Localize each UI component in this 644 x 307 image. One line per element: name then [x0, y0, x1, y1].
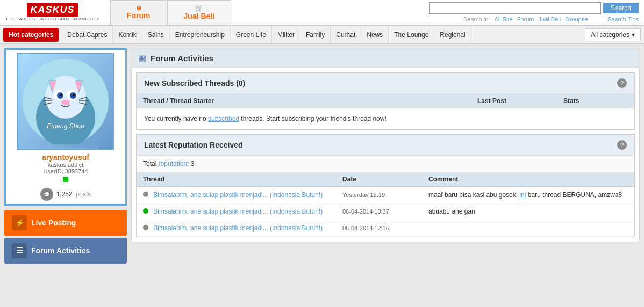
col-last-post: Last Post [477, 97, 563, 105]
live-posting-icon: ⚡ [12, 215, 27, 230]
hot-categories-button[interactable]: Hot categories [3, 28, 59, 42]
header: KASKUS THE LARGEST INDONESIAN COMMUNITY … [0, 0, 644, 26]
search-jual-beli[interactable]: Jual Beli [539, 16, 561, 23]
main-layout: Emeng Shop aryantoyusuf kaskus addict Us… [0, 44, 644, 270]
forum-activities-icon: ▦ [138, 53, 146, 63]
nav-tabs: 🖥 Forum 🛒 Jual Beli [110, 0, 231, 25]
rep-date-0: Yesterday 12:19 [342, 192, 428, 198]
reputation-table-header: Thread Date Comment [137, 172, 634, 187]
user-id: UserID: 3893744 [9, 168, 122, 174]
logo[interactable]: KASKUS [27, 3, 77, 17]
reputation-link[interactable]: reputation [159, 160, 187, 167]
rep-row-0: Bimsalabim, ane sulap plastik menjadi...… [137, 187, 634, 203]
search-area: Search Search in: All Site Forum Jual Be… [429, 2, 639, 23]
cat-debat-capres[interactable]: Debat Capres [62, 26, 113, 44]
cat-family[interactable]: Family [300, 26, 331, 44]
tab-forum[interactable]: 🖥 Forum [110, 0, 167, 25]
forum-activities-button[interactable]: ☰ Forum Activities [4, 238, 127, 264]
col-thread-starter: Thread / Thread Starter [143, 97, 477, 105]
reputation-section: Latest Reputation Received ? Total reput… [136, 134, 635, 237]
rep-col-thread: Thread [143, 176, 342, 183]
search-in-label: Search in: [463, 16, 490, 23]
rep-date-1: 06-04-2014 13:37 [342, 208, 428, 215]
chevron-down-icon: ▾ [632, 31, 635, 39]
rep-thread-0: Bimsalabim, ane sulap plastik menjadi...… [143, 191, 342, 199]
rep-dot-2 [143, 225, 148, 230]
rep-row-1: Bimsalabim, ane sulap plastik menjadi...… [137, 203, 634, 220]
rep-date-2: 06-04-2014 12:16 [342, 225, 428, 231]
user-avatar-card: Emeng Shop aryantoyusuf kaskus addict Us… [4, 48, 127, 206]
tab-jual-beli[interactable]: 🛒 Jual Beli [167, 0, 232, 25]
rep-col-comment: Comment [428, 176, 628, 183]
svg-point-12 [73, 94, 75, 96]
cat-regional[interactable]: Regional [434, 26, 471, 44]
cat-entrepreneurship[interactable]: Entrepreneurship [170, 26, 231, 44]
rep-dot-1 [143, 208, 148, 214]
rep-comment-link-0[interactable]: ini [519, 191, 526, 199]
subscribed-link[interactable]: subscribed [208, 115, 239, 122]
subscribed-header: New Subscribed Threads (0) ? [137, 73, 634, 94]
reputation-help-icon[interactable]: ? [617, 140, 627, 150]
subscribed-section: New Subscribed Threads (0) ? Thread / Th… [136, 72, 635, 130]
rep-thread-1: Bimsalabim, ane sulap plastik menjadi...… [143, 208, 342, 215]
avatar: Emeng Shop [17, 53, 114, 150]
rep-dot-0 [143, 192, 148, 197]
rep-comment-0: maaf baru bisa kasi abu gosok! ini baru … [428, 191, 628, 199]
post-count: 1,252 [56, 191, 73, 198]
search-forum[interactable]: Forum [517, 16, 534, 23]
svg-point-13 [61, 100, 70, 105]
reputation-title: Latest Reputation Received [144, 141, 243, 149]
reputation-total: Total reputation: 3 [137, 156, 634, 172]
search-options: Search in: All Site Forum Jual Beli Grou… [463, 16, 639, 23]
user-role: kaskus addict [9, 162, 122, 168]
forum-activities-card: ▦ Forum Activities New Subscribed Thread… [131, 48, 640, 242]
search-row: Search [429, 2, 639, 14]
col-stats: Stats [563, 97, 628, 105]
logo-subtitle: THE LARGEST INDONESIAN COMMUNITY [5, 17, 99, 21]
search-button[interactable]: Search [603, 3, 639, 13]
cat-komik[interactable]: Komik [113, 26, 142, 44]
online-indicator [63, 177, 68, 182]
categories-bar: Hot categories Debat Capres Komik Sains … [0, 26, 644, 44]
sidebar: Emeng Shop aryantoyusuf kaskus addict Us… [4, 48, 127, 266]
search-all-site[interactable]: All Site [494, 16, 512, 23]
post-label: posts [76, 191, 91, 198]
posts-icon: 💬 [40, 188, 53, 201]
reputation-header: Latest Reputation Received ? [137, 135, 634, 156]
rep-row-2: Bimsalabim, ane sulap plastik menjadi...… [137, 220, 634, 237]
cat-sains[interactable]: Sains [142, 26, 170, 44]
rep-thread-2: Bimsalabim, ane sulap plastik menjadi...… [143, 224, 342, 232]
svg-point-11 [60, 94, 62, 96]
rep-comment-1: abuabu ane gan [428, 208, 628, 215]
cat-green-life[interactable]: Green Life [231, 26, 272, 44]
search-input[interactable] [429, 2, 601, 14]
subscribed-help-icon[interactable]: ? [617, 78, 627, 88]
username-link[interactable]: aryantoyusuf [9, 153, 122, 162]
search-tips-link[interactable]: Search Tips [607, 16, 639, 23]
subscribed-empty-row: You currently have no subscribed threads… [137, 108, 634, 129]
subscribed-table-header: Thread / Thread Starter Last Post Stats [137, 94, 634, 108]
forum-activities-icon: ☰ [12, 243, 27, 258]
logo-area: KASKUS THE LARGEST INDONESIAN COMMUNITY [5, 3, 99, 21]
cat-the-lounge[interactable]: The Lounge [389, 26, 434, 44]
page-title: Forum Activities [151, 54, 213, 63]
posts-row: 💬 1,252 posts [9, 188, 122, 201]
rep-col-date: Date [342, 176, 428, 183]
cat-curhat[interactable]: Curhat [331, 26, 361, 44]
rep-thread-link-0[interactable]: Bimsalabim, ane sulap plastik menjadi...… [153, 191, 323, 199]
live-posting-button[interactable]: ⚡ Live Posting [4, 210, 127, 236]
subscribed-title: New Subscribed Threads (0) [144, 79, 245, 87]
content-area: ▦ Forum Activities New Subscribed Thread… [131, 48, 640, 266]
all-categories-dropdown[interactable]: All categories ▾ [585, 28, 641, 41]
search-groupee[interactable]: Groupee [565, 16, 588, 23]
cat-militer[interactable]: Militer [272, 26, 300, 44]
rep-thread-link-2[interactable]: Bimsalabim, ane sulap plastik menjadi...… [153, 224, 323, 232]
svg-text:Emeng Shop: Emeng Shop [47, 122, 84, 130]
rep-thread-link-1[interactable]: Bimsalabim, ane sulap plastik menjadi...… [153, 208, 323, 215]
content-header: ▦ Forum Activities [132, 49, 639, 68]
cat-news[interactable]: News [361, 26, 389, 44]
